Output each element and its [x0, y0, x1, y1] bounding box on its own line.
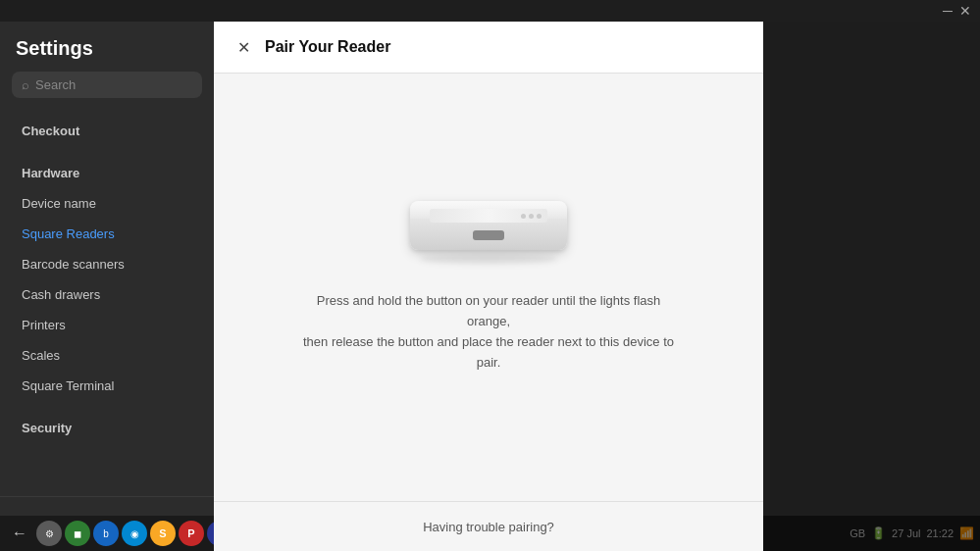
modal-body: Press and hold the button on your reader… — [214, 74, 763, 501]
sidebar-item-printers[interactable]: Printers — [6, 310, 208, 340]
checkout-section: Checkout — [0, 110, 214, 152]
sidebar-item-barcode-scanners[interactable]: Barcode scanners — [6, 249, 208, 279]
minimize-button[interactable]: ─ — [941, 4, 954, 18]
sidebar-item-cash-drawers[interactable]: Cash drawers — [6, 279, 208, 310]
modal-footer: Having trouble pairing? — [214, 501, 763, 551]
search-icon: ⌕ — [22, 77, 29, 92]
reader-dot — [529, 214, 534, 219]
modal-close-button[interactable]: ✕ — [230, 33, 257, 61]
reader-button — [473, 230, 504, 240]
reader-shadow — [420, 254, 557, 264]
taskbar-app-blue[interactable]: b — [93, 521, 119, 546]
sidebar-item-square-terminal[interactable]: Square Terminal — [6, 371, 208, 401]
sidebar-item-scales[interactable]: Scales — [6, 340, 208, 371]
modal-instructions: Press and hold the button on your reader… — [302, 291, 675, 373]
sidebar-item-checkout[interactable]: Checkout — [6, 116, 208, 146]
window-chrome: ─ ✕ — [0, 0, 980, 22]
sidebar-search[interactable]: ⌕ — [12, 72, 202, 98]
trouble-pairing-link[interactable]: Having trouble pairing? — [423, 520, 554, 534]
search-input[interactable] — [35, 77, 192, 92]
taskbar-app-lightblue[interactable]: ◉ — [122, 521, 147, 546]
back-button[interactable]: ← — [6, 520, 33, 547]
close-button[interactable]: ✕ — [958, 4, 972, 18]
reader-body — [410, 201, 567, 250]
sidebar-item-device-name[interactable]: Device name — [6, 188, 208, 219]
reader-device — [410, 201, 567, 260]
sidebar: Settings ⌕ Checkout Hardware Device name… — [0, 22, 214, 551]
taskbar-app-yellow[interactable]: S — [150, 521, 176, 546]
sidebar-item-security[interactable]: Security — [6, 413, 208, 443]
pair-reader-modal: ✕ Pair Your Reader — [214, 22, 763, 551]
sidebar-section-hardware: Hardware — [6, 158, 208, 188]
taskbar-app-pink[interactable]: P — [179, 521, 204, 546]
settings-area: Settings ⌕ Checkout Hardware Device name… — [0, 22, 980, 551]
reader-illustration — [410, 201, 567, 260]
main-content: ✕ Pair Your Reader — [214, 22, 980, 551]
reader-dot — [521, 214, 526, 219]
app-container: ─ ✕ Settings ⌕ Checkout Hardware Device … — [0, 0, 980, 551]
taskbar-app-green[interactable]: ◼ — [65, 521, 90, 546]
modal-header: ✕ Pair Your Reader — [214, 22, 763, 74]
sidebar-title: Settings — [0, 22, 214, 72]
sidebar-item-square-readers[interactable]: Square Readers — [6, 219, 208, 249]
modal-title: Pair Your Reader — [265, 38, 390, 56]
reader-dot — [537, 214, 542, 219]
reader-top-strip — [430, 209, 547, 223]
security-section: Security — [0, 407, 214, 449]
hardware-section: Hardware Device name Square Readers Barc… — [0, 152, 214, 407]
taskbar-app-settings[interactable]: ⚙ — [36, 521, 62, 546]
